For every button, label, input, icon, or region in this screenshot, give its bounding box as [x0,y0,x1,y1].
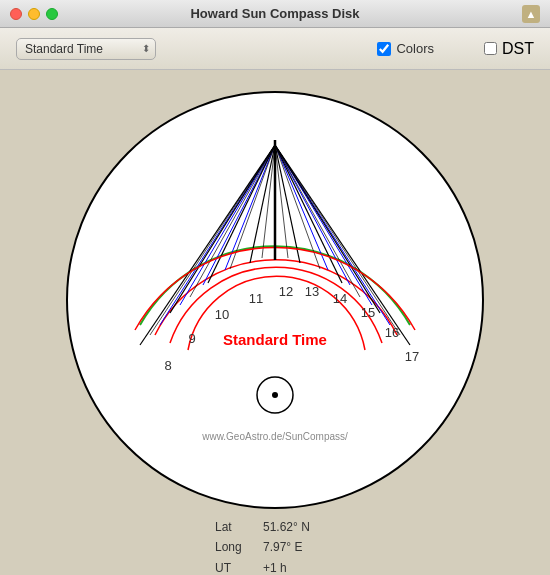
url-text: www.GeoAstro.de/SunCompass/ [201,431,348,442]
hour-17: 17 [405,349,419,364]
dst-checkbox[interactable] [484,42,497,55]
close-button[interactable] [10,8,22,20]
svg-point-28 [272,392,278,398]
hour-10: 10 [215,307,229,322]
compass-disk: 8 9 10 11 12 13 14 15 16 17 Standard Tim… [60,85,490,515]
compass-label: Standard Time [223,331,327,348]
time-select[interactable]: Standard Time Solar Time Daylight Time [16,38,156,60]
colors-label[interactable]: Colors [396,41,434,56]
time-select-wrapper: Standard Time Solar Time Daylight Time ⬍ [16,38,156,60]
info-panel: Lat 51.62° N Long 7.97° E UT +1 h Date 2… [60,517,490,575]
toolbar: Standard Time Solar Time Daylight Time ⬍… [0,28,550,70]
hour-11: 11 [249,291,263,306]
info-lat: Lat 51.62° N [215,517,490,537]
hour-9: 9 [188,331,195,346]
hour-8: 8 [164,358,171,373]
hour-13: 13 [305,284,319,299]
hour-12: 12 [279,284,293,299]
alert-icon: ▲ [522,5,540,23]
window-buttons [10,8,58,20]
titlebar: Howard Sun Compass Disk ▲ [0,0,550,28]
maximize-button[interactable] [46,8,58,20]
main-content: 8 9 10 11 12 13 14 15 16 17 Standard Tim… [0,70,550,575]
window-title: Howard Sun Compass Disk [190,6,359,21]
dst-group: DST [484,40,534,58]
info-long: Long 7.97° E [215,537,490,557]
colors-group: Colors [377,41,434,56]
dst-label[interactable]: DST [502,40,534,58]
minimize-button[interactable] [28,8,40,20]
hour-14: 14 [333,291,347,306]
colors-checkbox[interactable] [377,42,391,56]
hour-15: 15 [361,305,375,320]
info-ut: UT +1 h [215,558,490,575]
compass-svg: 8 9 10 11 12 13 14 15 16 17 Standard Tim… [60,85,490,515]
hour-16: 16 [385,325,399,340]
